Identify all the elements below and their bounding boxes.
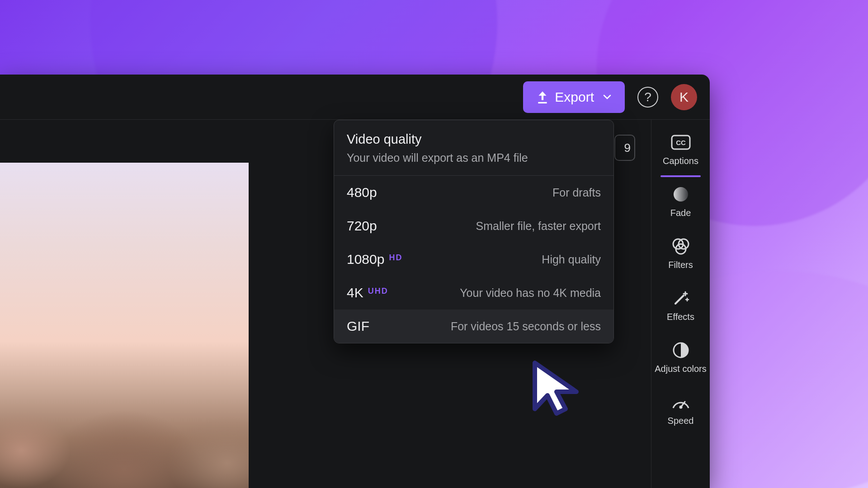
dropdown-subtitle: Your video will export as an MP4 file: [347, 151, 601, 164]
quality-option-480p[interactable]: 480p For drafts: [334, 176, 613, 209]
chevron-down-icon: [603, 94, 611, 100]
content-area: 9 Video quality Your video will export a…: [0, 120, 710, 488]
dropdown-title: Video quality: [347, 132, 601, 147]
speed-icon: [670, 393, 691, 411]
tools-sidebar: CC Captions Fade: [651, 120, 710, 488]
quality-option-gif[interactable]: GIF For videos 15 seconds or less: [334, 310, 613, 343]
tool-fade[interactable]: Fade: [651, 185, 710, 218]
hd-badge: HD: [389, 253, 402, 263]
quality-label: 720p: [347, 218, 377, 234]
tool-label: Fade: [670, 208, 691, 218]
tool-filters[interactable]: Filters: [651, 237, 710, 270]
export-button[interactable]: Export: [523, 81, 625, 113]
quality-label: 480p: [347, 185, 377, 200]
upload-icon: [537, 90, 548, 104]
tool-label: Effects: [667, 312, 694, 322]
uhd-badge: UHD: [368, 286, 388, 296]
aspect-value: 9: [624, 141, 631, 155]
tool-label: Captions: [663, 156, 698, 166]
help-button[interactable]: ?: [637, 87, 658, 108]
tool-adjust-colors[interactable]: Adjust colors: [651, 341, 710, 374]
quality-label: 4K: [347, 285, 363, 300]
quality-option-4k[interactable]: 4K UHD Your video has no 4K media: [334, 276, 613, 310]
app-window: Export ? K 9 Video quality Your video wi…: [0, 75, 710, 488]
fade-icon: [670, 185, 691, 203]
aspect-ratio-badge[interactable]: 9: [614, 135, 635, 161]
quality-label: GIF: [347, 319, 369, 334]
quality-desc: For videos 15 seconds or less: [451, 320, 601, 333]
svg-text:CC: CC: [676, 139, 686, 146]
tool-effects[interactable]: Effects: [651, 289, 710, 322]
captions-icon: CC: [670, 133, 691, 151]
cursor-icon: [531, 359, 585, 418]
adjust-colors-icon: [670, 341, 691, 359]
avatar-initial: K: [679, 89, 689, 105]
export-label: Export: [555, 89, 594, 105]
quality-desc: Your video has no 4K media: [460, 286, 601, 300]
topbar: Export ? K: [0, 75, 710, 120]
tool-captions[interactable]: CC Captions: [651, 133, 710, 166]
tool-label: Speed: [668, 416, 694, 426]
avatar[interactable]: K: [671, 84, 697, 110]
export-quality-dropdown: Video quality Your video will export as …: [334, 120, 614, 343]
svg-rect-0: [538, 102, 547, 103]
video-preview[interactable]: [0, 163, 249, 488]
tool-label: Filters: [668, 260, 693, 270]
quality-label: 1080p: [347, 252, 384, 267]
quality-desc: For drafts: [552, 186, 601, 199]
tool-speed[interactable]: Speed: [651, 393, 710, 426]
preview-area: 9 Video quality Your video will export a…: [0, 120, 651, 488]
quality-desc: Smaller file, faster export: [476, 220, 601, 233]
help-label: ?: [644, 90, 651, 104]
quality-desc: High quality: [542, 253, 601, 266]
quality-option-1080p[interactable]: 1080p HD High quality: [334, 243, 613, 276]
quality-option-720p[interactable]: 720p Smaller file, faster export: [334, 209, 613, 243]
dropdown-header: Video quality Your video will export as …: [334, 120, 613, 176]
svg-point-3: [674, 187, 688, 202]
effects-icon: [670, 289, 691, 307]
filters-icon: [670, 237, 691, 255]
tool-label: Adjust colors: [655, 364, 707, 374]
